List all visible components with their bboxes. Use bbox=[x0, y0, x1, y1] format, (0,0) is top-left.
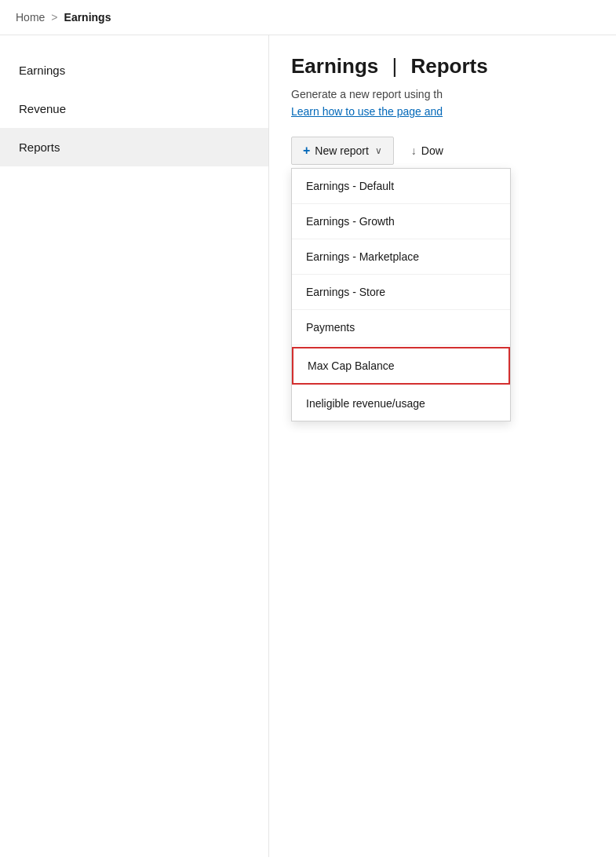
dropdown-item-earnings-growth[interactable]: Earnings - Growth bbox=[292, 204, 510, 239]
dropdown-item-ineligible-revenue[interactable]: Ineligible revenue/usage bbox=[292, 386, 510, 421]
chevron-down-icon: ∨ bbox=[375, 145, 382, 156]
main-layout: Earnings Revenue Reports Earnings | Repo… bbox=[0, 35, 616, 857]
download-icon: ↓ bbox=[411, 144, 417, 157]
new-report-label: New report bbox=[315, 144, 368, 157]
sidebar-item-label: Revenue bbox=[19, 102, 66, 115]
dropdown-menu: Earnings - Default Earnings - Growth Ear… bbox=[291, 168, 511, 421]
breadcrumb-separator: > bbox=[51, 11, 57, 24]
breadcrumb: Home > Earnings bbox=[0, 0, 616, 35]
breadcrumb-home[interactable]: Home bbox=[16, 11, 45, 24]
page-description: Generate a new report using th bbox=[291, 88, 594, 100]
page-title-left: Earnings bbox=[291, 54, 378, 78]
learn-link[interactable]: Learn how to use the page and bbox=[291, 105, 594, 118]
page-title: Earnings | Reports bbox=[291, 54, 594, 78]
dropdown-item-earnings-marketplace[interactable]: Earnings - Marketplace bbox=[292, 239, 510, 275]
sidebar-item-revenue[interactable]: Revenue bbox=[0, 89, 268, 128]
sidebar-item-label: Earnings bbox=[19, 64, 65, 77]
download-button[interactable]: ↓ Dow bbox=[403, 138, 451, 163]
new-report-button[interactable]: + New report ∨ bbox=[291, 137, 394, 165]
plus-icon: + bbox=[303, 144, 310, 158]
dropdown-item-earnings-store[interactable]: Earnings - Store bbox=[292, 275, 510, 310]
sidebar-item-earnings[interactable]: Earnings bbox=[0, 51, 268, 89]
page-title-separator: | bbox=[386, 54, 403, 78]
download-label: Dow bbox=[421, 144, 443, 157]
sidebar-item-reports[interactable]: Reports bbox=[0, 128, 268, 166]
dropdown-item-max-cap-balance[interactable]: Max Cap Balance bbox=[292, 347, 510, 385]
breadcrumb-current: Earnings bbox=[64, 11, 111, 24]
sidebar-item-label: Reports bbox=[19, 140, 60, 154]
page-title-right: Reports bbox=[410, 54, 487, 78]
sidebar: Earnings Revenue Reports bbox=[0, 35, 269, 857]
dropdown-item-earnings-default[interactable]: Earnings - Default bbox=[292, 169, 510, 204]
toolbar: + New report ∨ ↓ Dow Earnings - Default … bbox=[291, 137, 594, 165]
dropdown-item-payments[interactable]: Payments bbox=[292, 310, 510, 345]
main-content: Earnings | Reports Generate a new report… bbox=[269, 35, 616, 857]
